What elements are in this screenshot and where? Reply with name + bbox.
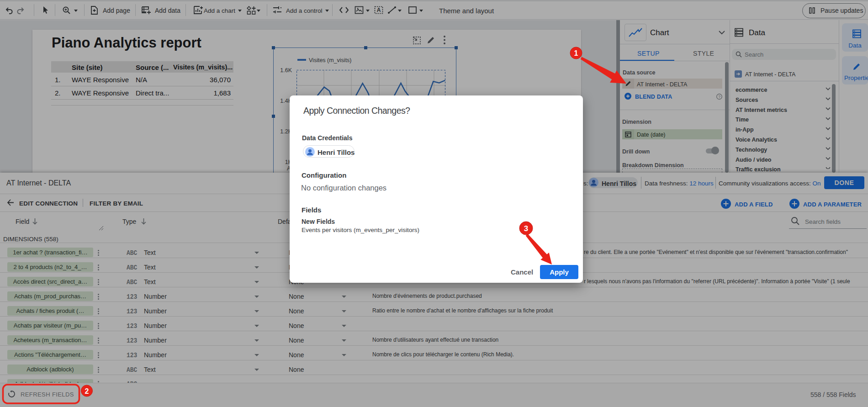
svg-text:3: 3 bbox=[524, 224, 528, 233]
svg-text:1: 1 bbox=[574, 49, 578, 57]
svg-text:2: 2 bbox=[85, 387, 89, 395]
